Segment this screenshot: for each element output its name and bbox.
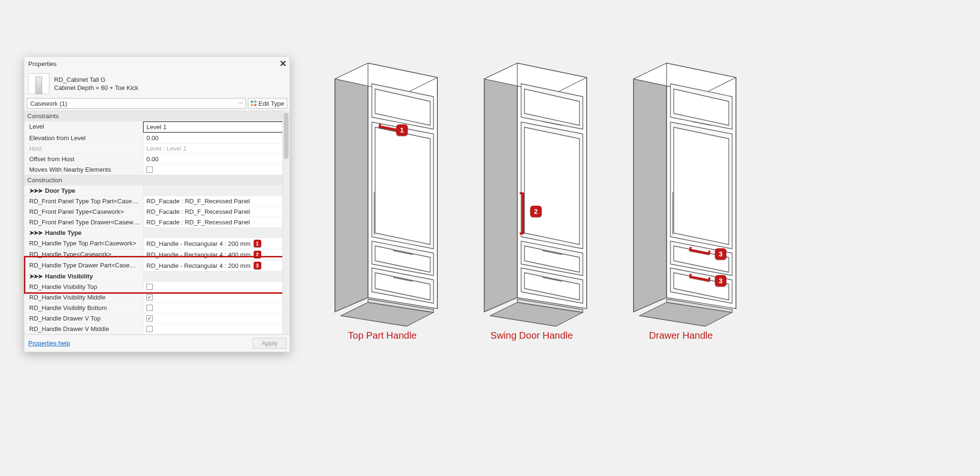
- family-thumbnail: [28, 73, 49, 94]
- svg-marker-47: [674, 127, 729, 244]
- svg-marker-1: [335, 63, 368, 312]
- prop-handle-type-main[interactable]: RD_Handle Type<Casework> RD_Handle - Rec…: [24, 249, 290, 260]
- prop-handle-vis-bottom[interactable]: RD_Handle Visibility Bottom: [24, 302, 290, 313]
- apply-button[interactable]: Apply: [253, 338, 287, 349]
- cabinet-label-1: Top Part Handle: [320, 330, 445, 341]
- prop-offset-from-host[interactable]: Offset from Host 0.00: [24, 154, 290, 164]
- edit-type-button[interactable]: Edit Type: [248, 98, 287, 109]
- svg-marker-10: [375, 127, 430, 244]
- group-header-construction[interactable]: Construction ✕: [24, 175, 290, 185]
- prop-handle-type-top[interactable]: RD_Handle Type Top Part<Casework> RD_Han…: [24, 238, 290, 249]
- prop-handle-vis-top[interactable]: RD_Handle Visibility Top: [24, 281, 290, 292]
- prop-handle-vis-middle[interactable]: RD_Handle Visibility Middle: [24, 292, 290, 302]
- properties-help-link[interactable]: Properties help: [28, 340, 70, 347]
- family-desc: Cabinet Depth = 60 + Toe Kick: [54, 84, 138, 91]
- properties-grid: Constraints ✕ Level Level 1 Elevation fr…: [24, 111, 290, 334]
- checkbox[interactable]: [146, 166, 153, 173]
- panel-title: Properties: [28, 60, 56, 67]
- subheader-handle-type: ➤➤➤Handle Type: [24, 227, 290, 238]
- family-name: RD_Cabinet Tall G: [54, 76, 138, 83]
- checkbox[interactable]: [146, 305, 153, 311]
- prop-handle-drawerv-middle[interactable]: RD_Handle Drawer V Middle: [24, 323, 290, 334]
- annotation-badge-3a: 3: [715, 248, 726, 260]
- callout-badge-3: 3: [254, 262, 261, 269]
- callout-badge-1: 1: [254, 240, 261, 247]
- svg-marker-37: [634, 63, 667, 312]
- prop-front-panel-main[interactable]: RD_Front Panel Type<Casework> RD_Facade …: [24, 206, 290, 217]
- svg-marker-29: [524, 127, 579, 244]
- callout-badge-2: 2: [254, 251, 261, 258]
- prop-handle-type-drawer[interactable]: RD_Handle Type Drawer Part<Casework> RD_…: [24, 260, 290, 271]
- annotation-badge-1: 1: [396, 124, 408, 136]
- checkbox[interactable]: [146, 326, 153, 332]
- collapse-icon: ✕: [282, 177, 287, 183]
- cabinet-preview-3: 3 3 Drawer Handle: [621, 62, 741, 354]
- prop-moves-with-nearby[interactable]: Moves With Nearby Elements: [24, 164, 290, 175]
- prop-front-panel-drawer[interactable]: RD_Front Panel Type Drawer<Casework> RD_…: [24, 217, 290, 227]
- prop-level[interactable]: Level Level 1: [24, 121, 290, 133]
- category-selector-dropdown[interactable]: Casework (1) ﹀: [27, 98, 246, 109]
- category-selector-value: Casework (1): [30, 100, 67, 107]
- annotation-badge-2: 2: [530, 206, 542, 217]
- subheader-door-type: ➤➤➤Door Type: [24, 185, 290, 196]
- cabinet-preview-1: 1 Top Part Handle: [323, 62, 442, 354]
- prop-elevation-from-level[interactable]: Elevation from Level 0.00: [24, 133, 290, 143]
- prop-handle-drawerv-top[interactable]: RD_Handle Drawer V Top: [24, 313, 290, 323]
- cabinet-label-2: Swing Door Handle: [469, 330, 594, 341]
- cabinet-preview-2: 2 Swing Door Handle: [472, 62, 591, 354]
- cabinet-label-3: Drawer Handle: [619, 330, 743, 341]
- edit-type-icon: [251, 100, 256, 106]
- checkbox[interactable]: [146, 284, 153, 290]
- prop-front-panel-top[interactable]: RD_Front Panel Type Top Part<Casework> R…: [24, 196, 290, 206]
- checkbox[interactable]: [146, 315, 153, 321]
- family-type-header: RD_Cabinet Tall G Cabinet Depth = 60 + T…: [24, 70, 290, 98]
- annotation-handle-swing: [522, 192, 524, 234]
- scrollbar-thumb[interactable]: [284, 113, 289, 159]
- prop-host: Host Level : Level 1: [24, 143, 290, 154]
- chevron-down-icon: ﹀: [238, 100, 244, 107]
- subheader-handle-visibility: ➤➤➤Handle Visibility: [24, 271, 290, 281]
- close-icon[interactable]: ✕: [279, 58, 287, 69]
- checkbox[interactable]: [146, 294, 153, 300]
- panel-footer: Properties help Apply: [24, 334, 290, 352]
- group-header-constraints[interactable]: Constraints ✕: [24, 111, 290, 121]
- properties-panel: Properties ✕ RD_Cabinet Tall G Cabinet D…: [24, 56, 290, 352]
- edit-type-label: Edit Type: [258, 100, 284, 107]
- svg-marker-19: [484, 63, 517, 312]
- annotation-badge-3b: 3: [715, 275, 726, 287]
